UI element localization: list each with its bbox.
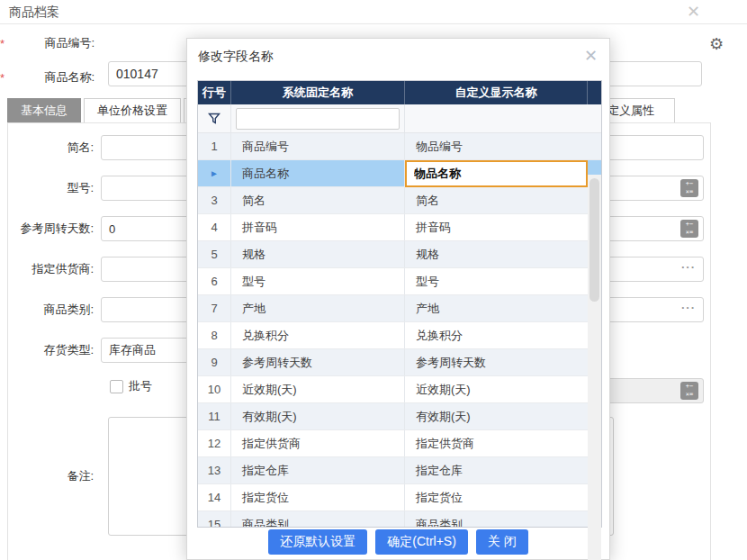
table-row[interactable]: 3简名简名 [198,187,601,214]
ellipsis-lookup-icon[interactable]: ··· [681,260,696,274]
calculator-icon[interactable]: +−×= [680,220,698,238]
table-row[interactable]: 14指定货位指定货位 [198,484,601,511]
custom-name-cell[interactable]: 有效期(天) [405,403,588,429]
system-name-cell[interactable]: 商品编号 [231,133,405,159]
dialog-title: 修改字段名称 [198,49,274,65]
system-name-cell[interactable]: 近效期(天) [231,376,405,402]
grid-header-row: 行号 系统固定名称 自定义显示名称 [198,81,601,104]
dialog-footer: 还原默认设置 确定(Ctrl+S) 关 闭 [187,524,609,559]
custom-name-cell[interactable]: 规格 [405,241,588,267]
field-label: 指定供货商: [0,261,101,277]
window-close-icon[interactable]: ✕ [687,2,700,22]
field-name-grid: 行号 系统固定名称 自定义显示名称 1商品编号物品编号►商品名称3简名简名4拼音… [197,80,602,528]
system-name-cell[interactable]: 指定仓库 [231,457,405,483]
row-pointer-icon: ► [198,160,231,186]
table-row[interactable]: 8兑换积分兑换积分 [198,322,601,349]
field-label: 存货类型: [0,342,101,358]
custom-name-cell[interactable]: 近效期(天) [405,376,588,402]
system-name-cell[interactable]: 兑换积分 [231,322,405,348]
custom-name-cell[interactable]: 物品编号 [405,133,588,159]
system-name-cell[interactable]: 产地 [231,295,405,321]
close-button[interactable]: 关 闭 [476,529,528,555]
table-row[interactable]: 6型号型号 [198,268,601,295]
modify-field-name-dialog: 修改字段名称 ✕ 行号 系统固定名称 自定义显示名称 1商品编号物品编号►商品名… [186,38,610,560]
filter-input[interactable] [236,108,400,130]
field-label: 参考周转天数: [0,221,101,237]
field-label: 商品类别: [0,302,101,318]
custom-name-cell[interactable]: 指定仓库 [405,457,588,483]
dialog-close-icon[interactable]: ✕ [584,46,598,66]
table-row[interactable]: 11有效期(天)有效期(天) [198,403,601,430]
confirm-button[interactable]: 确定(Ctrl+S) [375,529,468,555]
row-number: 1 [198,133,231,159]
custom-name-cell[interactable]: 指定货位 [405,484,588,510]
title-divider [0,23,747,24]
custom-name-cell[interactable]: 产地 [405,295,588,321]
custom-name-edit-input[interactable] [405,160,588,187]
row-number: 9 [198,349,231,375]
custom-name-cell[interactable] [405,160,588,186]
tab-basic-info[interactable]: 基本信息 [7,98,81,122]
table-row[interactable]: 10近效期(天)近效期(天) [198,376,601,403]
row-number: 14 [198,484,231,510]
calculator-icon[interactable]: +−×= [680,179,698,197]
table-row[interactable]: 4拼音码拼音码 [198,214,601,241]
custom-name-cell[interactable]: 兑换积分 [405,322,588,348]
system-name-cell[interactable]: 参考周转天数 [231,349,405,375]
calculator-icon[interactable]: +−×= [680,382,698,400]
column-header-custom-name[interactable]: 自定义显示名称 [405,81,588,104]
system-name-cell[interactable]: 拼音码 [231,214,405,240]
table-row[interactable]: 9参考周转天数参考周转天数 [198,349,601,376]
column-header-row-number[interactable]: 行号 [198,81,231,104]
page-title: 商品档案 [9,5,59,21]
restore-defaults-button[interactable]: 还原默认设置 [268,529,367,555]
system-name-cell[interactable]: 商品名称 [231,160,405,186]
row-number: 6 [198,268,231,294]
system-name-cell[interactable]: 简名 [231,187,405,213]
required-mark: * [0,71,4,85]
column-header-filler [588,81,601,104]
table-row[interactable]: 1商品编号物品编号 [198,133,601,160]
ellipsis-lookup-icon[interactable]: ··· [681,301,696,314]
custom-name-cell[interactable]: 型号 [405,268,588,294]
custom-name-cell[interactable]: 参考周转天数 [405,349,588,375]
row-number: 7 [198,295,231,321]
system-name-cell[interactable]: 型号 [231,268,405,294]
required-mark: * [0,37,4,50]
custom-name-cell[interactable]: 拼音码 [405,214,588,240]
row-number: 5 [198,241,231,267]
system-name-cell[interactable]: 指定货位 [231,484,405,510]
batch-number-label: 批号 [129,378,152,394]
grid-scrollbar[interactable] [588,175,601,560]
product-code-label: 商品编号: [8,35,94,51]
batch-number-checkbox[interactable] [110,380,123,393]
filter-funnel-icon[interactable] [198,104,231,132]
row-number: 10 [198,376,231,402]
row-number: 3 [198,187,231,213]
gear-icon[interactable]: ⚙ [709,34,724,54]
grid-scrollbar-thumb[interactable] [590,178,599,302]
row-number: 13 [198,457,231,483]
row-number: 11 [198,403,231,429]
table-row[interactable]: 12指定供货商指定供货商 [198,430,601,457]
system-name-cell[interactable]: 有效期(天) [231,403,405,429]
custom-name-cell[interactable]: 指定供货商 [405,430,588,456]
table-row[interactable]: 5规格规格 [198,241,601,268]
row-number: 4 [198,214,231,240]
custom-name-cell[interactable]: 简名 [405,187,588,213]
field-label: 型号: [0,180,101,196]
filter-row [198,104,601,133]
remark-label: 备注: [0,468,101,484]
field-label: 简名: [0,140,101,156]
system-name-cell[interactable]: 规格 [231,241,405,267]
row-number: 8 [198,322,231,348]
product-name-label: 商品名称: [8,69,94,86]
table-row[interactable]: 13指定仓库指定仓库 [198,457,601,484]
tab-unit-price[interactable]: 单位价格设置 [84,98,181,122]
column-header-system-name[interactable]: 系统固定名称 [231,81,405,104]
table-row[interactable]: ►商品名称 [198,160,601,187]
system-name-cell[interactable]: 指定供货商 [231,430,405,456]
table-row[interactable]: 7产地产地 [198,295,601,322]
row-number: 12 [198,430,231,456]
